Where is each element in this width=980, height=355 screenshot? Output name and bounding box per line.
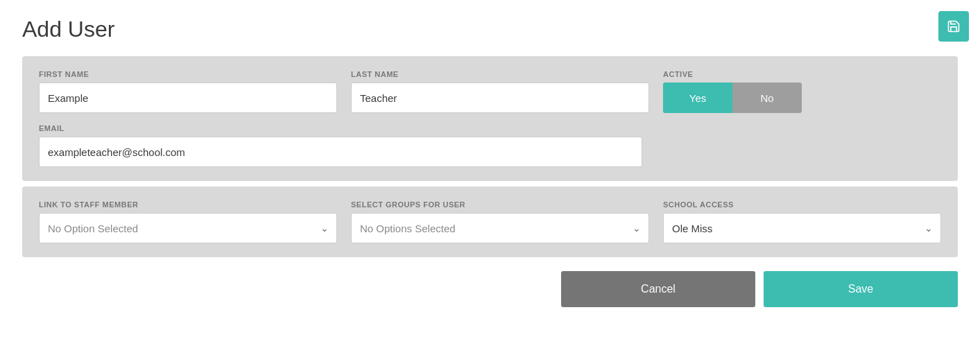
first-name-group: FIRST NAME	[39, 70, 337, 113]
name-active-row: FIRST NAME LAST NAME ACTIVE Yes No	[39, 70, 941, 113]
active-label: ACTIVE	[663, 70, 941, 78]
page-title: Add User	[22, 17, 958, 42]
school-access-wrapper: Ole Miss ⌄	[663, 213, 941, 243]
top-right-icon-button[interactable]	[938, 11, 969, 42]
select-groups-label: SELECT GROUPS FOR USER	[351, 200, 649, 209]
user-info-section: FIRST NAME LAST NAME ACTIVE Yes No EMAIL	[22, 56, 958, 181]
link-staff-select[interactable]: No Option Selected	[39, 213, 337, 243]
page-container: Add User FIRST NAME LAST NAME ACTIVE Yes…	[0, 0, 980, 355]
first-name-input[interactable]	[39, 83, 337, 113]
link-staff-label: LINK TO STAFF MEMBER	[39, 200, 337, 209]
last-name-label: LAST NAME	[351, 70, 649, 78]
email-label: EMAIL	[39, 124, 642, 132]
select-groups-group: SELECT GROUPS FOR USER No Options Select…	[351, 200, 649, 243]
email-input[interactable]	[39, 137, 642, 167]
first-name-label: FIRST NAME	[39, 70, 337, 78]
save-button[interactable]: Save	[764, 271, 958, 307]
school-access-label: SCHOOL ACCESS	[663, 200, 941, 209]
select-groups-select[interactable]: No Options Selected	[351, 213, 649, 243]
access-row: LINK TO STAFF MEMBER No Option Selected …	[39, 200, 941, 243]
select-groups-wrapper: No Options Selected ⌄	[351, 213, 649, 243]
save-disk-icon	[947, 19, 961, 33]
active-group: ACTIVE Yes No	[663, 70, 941, 113]
action-row: Cancel Save	[22, 271, 958, 307]
no-button[interactable]: No	[732, 83, 802, 113]
last-name-input[interactable]	[351, 83, 649, 113]
cancel-button[interactable]: Cancel	[561, 271, 755, 307]
link-staff-wrapper: No Option Selected ⌄	[39, 213, 337, 243]
school-access-select[interactable]: Ole Miss	[663, 213, 941, 243]
yes-button[interactable]: Yes	[663, 83, 732, 113]
email-group: EMAIL	[39, 124, 642, 167]
active-toggle: Yes No	[663, 83, 941, 113]
school-access-group: SCHOOL ACCESS Ole Miss ⌄	[663, 200, 941, 243]
access-section: LINK TO STAFF MEMBER No Option Selected …	[22, 187, 958, 257]
last-name-group: LAST NAME	[351, 70, 649, 113]
email-row: EMAIL	[39, 124, 941, 167]
link-staff-group: LINK TO STAFF MEMBER No Option Selected …	[39, 200, 337, 243]
